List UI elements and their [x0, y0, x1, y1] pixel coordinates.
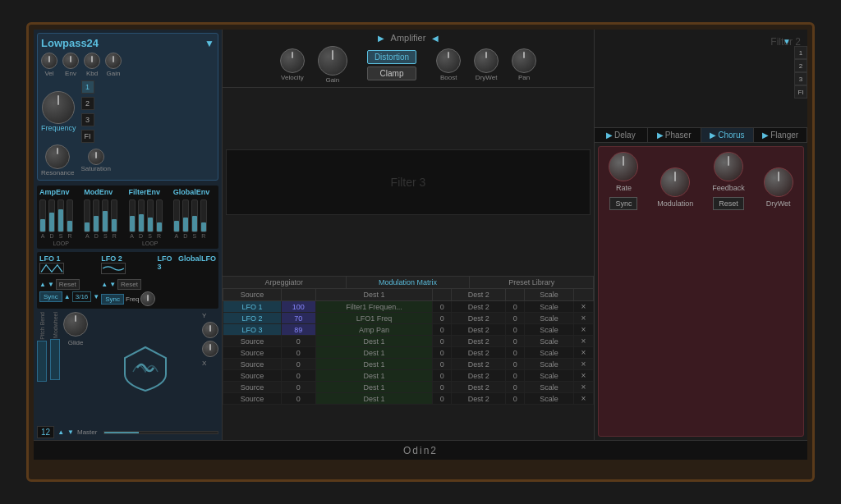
matrix-row-dest1[interactable]: Dest 1: [315, 347, 433, 359]
filter-slot-2[interactable]: 2: [81, 97, 94, 110]
matrix-row-delete[interactable]: ×: [573, 336, 593, 347]
pitch-bend-slider[interactable]: [37, 341, 47, 382]
distortion-btn[interactable]: Distortion: [367, 50, 416, 64]
flanger-tab[interactable]: ▶Flanger: [754, 128, 807, 142]
env-knob[interactable]: [62, 53, 79, 69]
matrix-row-scale[interactable]: Scale: [525, 336, 574, 347]
amp-boost-knob[interactable]: [436, 48, 461, 73]
matrix-row-delete[interactable]: ×: [573, 313, 593, 324]
matrix-row-dest2[interactable]: Dest 2: [452, 336, 506, 347]
f2-slot-fi[interactable]: FI: [794, 85, 807, 99]
amp-velocity-knob[interactable]: [280, 48, 305, 73]
matrix-row-dest1[interactable]: Dest 1: [315, 359, 433, 370]
master-down[interactable]: ▼: [67, 428, 74, 436]
lfo2-reset[interactable]: Reset: [117, 279, 141, 290]
matrix-row-val1[interactable]: 0: [281, 382, 315, 393]
matrix-row-dest2[interactable]: Dest 2: [452, 347, 506, 359]
matrix-row-src[interactable]: Source: [223, 336, 282, 347]
fil-a-slider[interactable]: [129, 199, 136, 232]
amp-drywet-knob[interactable]: [474, 48, 499, 73]
amp-a-slider[interactable]: [39, 199, 46, 232]
matrix-row-src[interactable]: LFO 1: [223, 301, 282, 313]
matrix-row-v2[interactable]: 0: [506, 370, 525, 382]
lfo2-down[interactable]: ▼: [109, 281, 116, 288]
lfo2-freq-knob[interactable]: [140, 291, 155, 306]
matrix-row-v1[interactable]: 0: [433, 301, 452, 313]
matrix-row-src[interactable]: Source: [223, 393, 282, 405]
matrix-row-val1[interactable]: 89: [281, 324, 315, 336]
matrix-row-dest2[interactable]: Dest 2: [452, 324, 506, 336]
clamp-btn[interactable]: Clamp: [367, 66, 416, 80]
modwheel-slider[interactable]: [50, 339, 60, 380]
matrix-row-delete[interactable]: ×: [573, 359, 593, 370]
matrix-row-v1[interactable]: 0: [433, 382, 452, 393]
mod-s-slider[interactable]: [102, 199, 108, 232]
matrix-row-delete[interactable]: ×: [573, 347, 593, 359]
matrix-row-dest2[interactable]: Dest 2: [452, 359, 506, 370]
matrix-row-v1[interactable]: 0: [433, 393, 452, 405]
matrix-row-v1[interactable]: 0: [433, 347, 452, 359]
mod-r-slider[interactable]: [111, 199, 117, 232]
gl-d-slider[interactable]: [182, 199, 189, 232]
matrix-row-dest2[interactable]: Dest 2: [452, 301, 506, 313]
lfo1-sync[interactable]: Sync: [39, 291, 62, 302]
matrix-row-scale[interactable]: Scale: [525, 359, 574, 370]
matrix-row-delete[interactable]: ×: [573, 301, 593, 313]
gain-knob[interactable]: [105, 53, 122, 69]
matrix-row-dest1[interactable]: Dest 1: [315, 336, 433, 347]
matrix-row-src[interactable]: LFO 2: [223, 313, 282, 324]
gl-r-slider[interactable]: [200, 199, 207, 232]
frequency-knob[interactable]: [42, 91, 75, 124]
matrix-row-scale[interactable]: Scale: [525, 382, 574, 393]
matrix-row-v2[interactable]: 0: [506, 313, 525, 324]
filter-slot-fi[interactable]: FI: [81, 130, 94, 143]
matrix-row-v1[interactable]: 0: [433, 336, 452, 347]
f2-slot-2[interactable]: 2: [794, 59, 807, 72]
matrix-row-dest2[interactable]: Dest 2: [452, 313, 506, 324]
matrix-row-v2[interactable]: 0: [506, 393, 525, 405]
matrix-row-dest1[interactable]: Dest 1: [315, 370, 433, 382]
amp-r-slider[interactable]: [67, 199, 73, 232]
fil-r-slider[interactable]: [156, 199, 163, 232]
chorus-sync-btn[interactable]: Sync: [609, 197, 637, 210]
matrix-row-delete[interactable]: ×: [573, 324, 593, 336]
amp-s-slider[interactable]: [57, 199, 64, 232]
gl-a-slider[interactable]: [173, 199, 180, 232]
f2-slot-1[interactable]: 1: [794, 46, 807, 59]
matrix-row-dest1[interactable]: Dest 1: [315, 393, 433, 405]
lfo1-reset[interactable]: Reset: [56, 279, 80, 290]
y-knob[interactable]: [202, 322, 218, 338]
chorus-tab[interactable]: ▶Chorus: [701, 128, 755, 142]
gl-s-slider[interactable]: [191, 199, 198, 232]
resonance-knob[interactable]: [45, 144, 70, 169]
lfo1-down[interactable]: ▼: [48, 281, 54, 288]
master-up[interactable]: ▲: [57, 428, 64, 436]
saturation-knob[interactable]: [88, 149, 104, 165]
mod-a-slider[interactable]: [84, 199, 90, 232]
matrix-row-src[interactable]: Source: [223, 359, 282, 370]
matrix-row-scale[interactable]: Scale: [525, 347, 574, 359]
matrix-row-v1[interactable]: 0: [433, 359, 452, 370]
lfo1-rate-up[interactable]: ▲: [64, 293, 71, 300]
matrix-row-val1[interactable]: 0: [281, 359, 315, 370]
matrix-row-delete[interactable]: ×: [573, 382, 593, 393]
matrix-row-dest1[interactable]: Amp Pan: [315, 324, 433, 336]
chorus-drywet-knob[interactable]: [764, 167, 793, 197]
matrix-row-val1[interactable]: 70: [281, 313, 315, 324]
matrix-row-scale[interactable]: Scale: [525, 393, 574, 405]
kbd-knob[interactable]: [84, 53, 100, 69]
amp-pan-knob[interactable]: [512, 48, 536, 73]
matrix-row-v2[interactable]: 0: [506, 324, 525, 336]
filter-slot-1[interactable]: 1: [81, 80, 94, 94]
matrix-row-src[interactable]: Source: [223, 347, 282, 359]
matrix-row-val1[interactable]: 0: [281, 370, 315, 382]
chorus-reset-btn[interactable]: Reset: [713, 197, 744, 210]
matrix-row-dest1[interactable]: Filter1 Frequen...: [315, 301, 433, 313]
x-knob[interactable]: [202, 341, 218, 357]
lfo1-rate-down[interactable]: ▼: [93, 293, 99, 300]
matrix-row-src[interactable]: Source: [223, 370, 282, 382]
matrix-row-val1[interactable]: 0: [281, 336, 315, 347]
phaser-tab[interactable]: ▶Phaser: [648, 128, 701, 142]
matrix-row-v1[interactable]: 0: [433, 313, 452, 324]
matrix-row-dest1[interactable]: Dest 1: [315, 382, 433, 393]
